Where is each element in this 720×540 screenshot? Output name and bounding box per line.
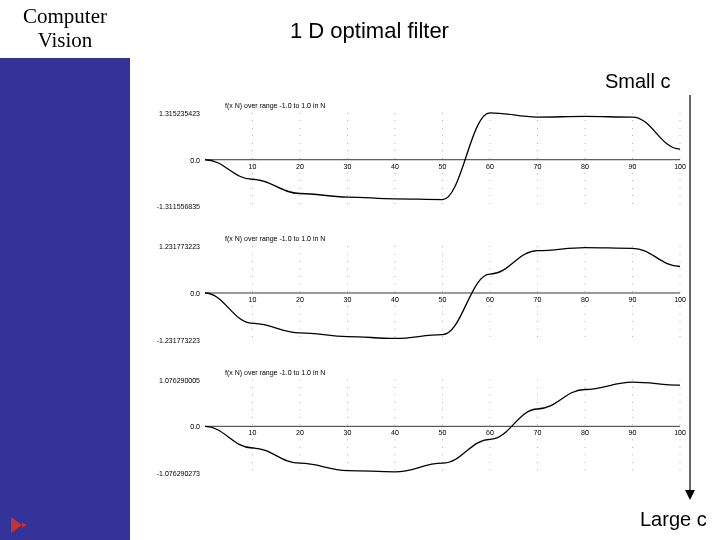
plot-2: 1020304050607080901001.0762900050.0-1.07… bbox=[157, 369, 686, 477]
sidebar: Computer Vision bbox=[0, 0, 130, 540]
svg-text:40: 40 bbox=[391, 163, 399, 170]
svg-text:f(x N) over range -1.0 to 1.0 : f(x N) over range -1.0 to 1.0 in N bbox=[225, 369, 325, 377]
svg-text:1.231773223: 1.231773223 bbox=[159, 243, 200, 250]
svg-text:0.0: 0.0 bbox=[190, 290, 200, 297]
svg-text:30: 30 bbox=[344, 163, 352, 170]
svg-text:60: 60 bbox=[486, 296, 494, 303]
sidebar-title: Computer Vision bbox=[0, 0, 130, 58]
svg-text:0.0: 0.0 bbox=[190, 423, 200, 430]
svg-text:f(x N) over range -1.0 to 1.0 : f(x N) over range -1.0 to 1.0 in N bbox=[225, 235, 325, 243]
svg-text:1.076290005: 1.076290005 bbox=[159, 377, 200, 384]
label-large-c: Large c bbox=[640, 508, 707, 531]
svg-text:100: 100 bbox=[674, 163, 686, 170]
plot-stack: 1020304050607080901001.3152354230.0-1.31… bbox=[135, 95, 690, 495]
svg-text:90: 90 bbox=[629, 429, 637, 436]
svg-text:-1.311556835: -1.311556835 bbox=[157, 203, 200, 210]
svg-text:60: 60 bbox=[486, 163, 494, 170]
svg-marker-78 bbox=[22, 523, 27, 528]
page-title: 1 D optimal filter bbox=[290, 18, 449, 44]
svg-text:40: 40 bbox=[391, 429, 399, 436]
svg-text:80: 80 bbox=[581, 163, 589, 170]
svg-text:40: 40 bbox=[391, 296, 399, 303]
svg-text:20: 20 bbox=[296, 296, 304, 303]
svg-text:80: 80 bbox=[581, 296, 589, 303]
svg-text:0.0: 0.0 bbox=[190, 157, 200, 164]
svg-text:10: 10 bbox=[249, 163, 257, 170]
svg-text:100: 100 bbox=[674, 296, 686, 303]
plot-0-curve bbox=[205, 113, 680, 200]
svg-text:50: 50 bbox=[439, 296, 447, 303]
sidebar-title-line2: Vision bbox=[38, 28, 93, 52]
plot-0: 1020304050607080901001.3152354230.0-1.31… bbox=[157, 102, 686, 210]
svg-text:10: 10 bbox=[249, 296, 257, 303]
svg-text:90: 90 bbox=[629, 296, 637, 303]
svg-text:70: 70 bbox=[534, 163, 542, 170]
svg-text:70: 70 bbox=[534, 296, 542, 303]
svg-text:100: 100 bbox=[674, 429, 686, 436]
svg-text:80: 80 bbox=[581, 429, 589, 436]
svg-text:20: 20 bbox=[296, 163, 304, 170]
svg-text:70: 70 bbox=[534, 429, 542, 436]
svg-text:f(x N) over range -1.0 to 1.0 : f(x N) over range -1.0 to 1.0 in N bbox=[225, 102, 325, 110]
svg-text:50: 50 bbox=[439, 429, 447, 436]
label-small-c: Small c bbox=[605, 70, 671, 93]
plot-2-curve bbox=[205, 382, 680, 472]
bullet-arrow-icon bbox=[8, 515, 28, 535]
svg-text:60: 60 bbox=[486, 429, 494, 436]
svg-text:30: 30 bbox=[344, 296, 352, 303]
svg-text:50: 50 bbox=[439, 163, 447, 170]
svg-text:1.315235423: 1.315235423 bbox=[159, 110, 200, 117]
svg-marker-77 bbox=[11, 517, 22, 533]
svg-text:30: 30 bbox=[344, 429, 352, 436]
svg-text:-1.076290273: -1.076290273 bbox=[157, 470, 200, 477]
svg-text:10: 10 bbox=[249, 429, 257, 436]
svg-text:-1.231773223: -1.231773223 bbox=[157, 337, 200, 344]
plot-1: 1020304050607080901001.2317732230.0-1.23… bbox=[157, 235, 686, 343]
svg-text:90: 90 bbox=[629, 163, 637, 170]
svg-text:20: 20 bbox=[296, 429, 304, 436]
sidebar-title-line1: Computer bbox=[23, 4, 107, 28]
